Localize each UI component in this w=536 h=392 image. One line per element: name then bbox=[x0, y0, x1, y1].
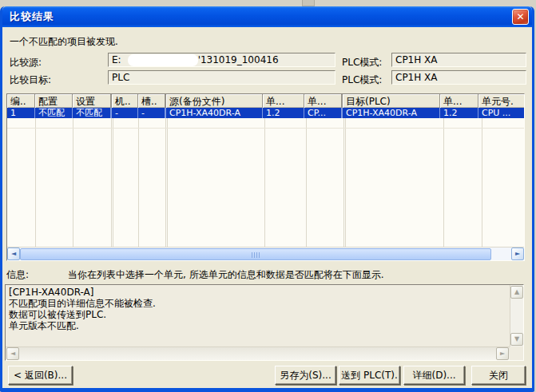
info-vertical-scrollbar[interactable]: ▲ ▼ bbox=[510, 285, 523, 346]
plc-mode-field-2: CP1H XA bbox=[391, 70, 526, 85]
col-unit-number[interactable]: 单元号. bbox=[478, 94, 524, 108]
titlebar[interactable]: 比较结果 ✕ bbox=[2, 6, 532, 27]
info-line: 不匹配项目的详细信息不能被检查. bbox=[9, 298, 506, 309]
close-icon[interactable]: ✕ bbox=[512, 9, 529, 25]
col-source-backup[interactable]: 源(备份文件) bbox=[165, 94, 263, 108]
scroll-down-icon[interactable]: ▼ bbox=[510, 333, 523, 346]
info-line: 单元版本不匹配. bbox=[9, 320, 506, 331]
backdrop-notch bbox=[302, 0, 315, 6]
cell-setting: 不匹配 bbox=[73, 108, 111, 118]
info-line: 数据可以被传送到PLC. bbox=[9, 309, 506, 320]
cell-unit-b: CP... bbox=[304, 108, 342, 118]
plc-mode-label-2: PLC模式: bbox=[342, 73, 382, 87]
cell-unit-c: 1.2 bbox=[440, 108, 478, 118]
cell-unit-a: 1.2 bbox=[263, 108, 304, 118]
dialog-body: 一个不匹配的项目被发现. 比较源: E: '131019_100416 PLC模… bbox=[2, 27, 532, 388]
plc-mode-value-2: CP1H XA bbox=[395, 72, 438, 83]
compare-source-prefix: E: bbox=[112, 54, 121, 65]
scroll-thumb[interactable] bbox=[20, 248, 491, 260]
compare-target-label: 比较目标: bbox=[10, 73, 51, 87]
scroll-track[interactable] bbox=[20, 247, 511, 260]
table-horizontal-scrollbar[interactable]: ◄ ► bbox=[7, 247, 524, 260]
detail-button[interactable]: 详细(D)... bbox=[403, 366, 465, 385]
scroll-left-icon[interactable]: ◄ bbox=[7, 247, 20, 260]
censor-blob bbox=[128, 54, 198, 66]
cell-target-plc: CP1H-XA40DR-A bbox=[342, 108, 440, 118]
detail-info-box: [CP1H-XA40DR-A] 不匹配项目的详细信息不能被检查. 数据可以被传送… bbox=[5, 284, 524, 361]
col-machine[interactable]: 机.. bbox=[111, 94, 138, 108]
plc-mode-field-1: CP1H XA bbox=[391, 53, 526, 67]
col-unit-a[interactable]: 单... bbox=[263, 94, 304, 108]
close-button[interactable]: 关闭 bbox=[471, 366, 526, 385]
compare-result-dialog: 比较结果 ✕ 一个不匹配的项目被发现. 比较源: E: '131019_1004… bbox=[0, 6, 534, 392]
table-empty-area bbox=[7, 118, 524, 247]
plc-mode-label-1: PLC模式: bbox=[342, 56, 382, 69]
table-row-selected[interactable]: 1 不匹配 不匹配 - - CP1H-XA40DR-A 1.2 CP... CP… bbox=[7, 108, 524, 118]
cell-machine: - bbox=[111, 108, 138, 118]
compare-target-field: PLC bbox=[108, 70, 335, 85]
col-unit-b[interactable]: 单... bbox=[304, 94, 342, 108]
compare-target-value: PLC bbox=[112, 72, 129, 83]
info-horizontal-scrollbar[interactable]: ◄ ► bbox=[6, 346, 510, 360]
cell-source-backup: CP1H-XA40DR-A bbox=[165, 108, 263, 118]
col-config[interactable]: 配置 bbox=[35, 94, 73, 108]
cell-number: 1 bbox=[7, 108, 35, 118]
scroll-up-icon[interactable]: ▲ bbox=[510, 286, 523, 299]
info-hint: 当你在列表中选择一个单元, 所选单元的信息和数据是否匹配将在下面显示. bbox=[68, 268, 383, 282]
detail-info-text: [CP1H-XA40DR-A] 不匹配项目的详细信息不能被检查. 数据可以被传送… bbox=[6, 285, 510, 346]
col-target-plc[interactable]: 目标(PLC) bbox=[342, 94, 440, 108]
cell-config: 不匹配 bbox=[35, 108, 73, 118]
info-line: [CP1H-XA40DR-A] bbox=[9, 287, 506, 298]
scroll-left-icon[interactable]: ◄ bbox=[6, 347, 19, 360]
scroll-right-icon[interactable]: ► bbox=[511, 247, 524, 260]
table-header-row: 编.. 配置 设置 机.. 槽.. 源(备份文件) 单... 单... 目标(P… bbox=[7, 94, 524, 108]
result-message: 一个不匹配的项目被发现. bbox=[10, 35, 118, 49]
cell-unit-number: CPU ... bbox=[478, 108, 524, 118]
dialog-title: 比较结果 bbox=[10, 10, 54, 24]
comparison-table: 编.. 配置 设置 机.. 槽.. 源(备份文件) 单... 单... 目标(P… bbox=[6, 93, 525, 261]
compare-source-field: E: '131019_100416 bbox=[108, 53, 335, 67]
col-number[interactable]: 编.. bbox=[7, 94, 35, 108]
compare-source-label: 比较源: bbox=[10, 56, 42, 69]
info-label: 信息: bbox=[6, 268, 29, 282]
col-slot[interactable]: 槽.. bbox=[138, 94, 165, 108]
send-to-plc-button[interactable]: 送到 PLC(T). bbox=[339, 366, 400, 385]
save-as-button[interactable]: 另存为(S)... bbox=[275, 366, 336, 385]
col-setting[interactable]: 设置 bbox=[73, 94, 111, 108]
compare-source-suffix: '131019_100416 bbox=[198, 54, 279, 65]
back-button[interactable]: < 返回(B)... bbox=[8, 366, 73, 385]
scroll-right-icon[interactable]: ► bbox=[496, 347, 509, 360]
cell-slot: - bbox=[138, 108, 165, 118]
col-unit-c[interactable]: 单... bbox=[440, 94, 478, 108]
plc-mode-value-1: CP1H XA bbox=[395, 54, 438, 65]
